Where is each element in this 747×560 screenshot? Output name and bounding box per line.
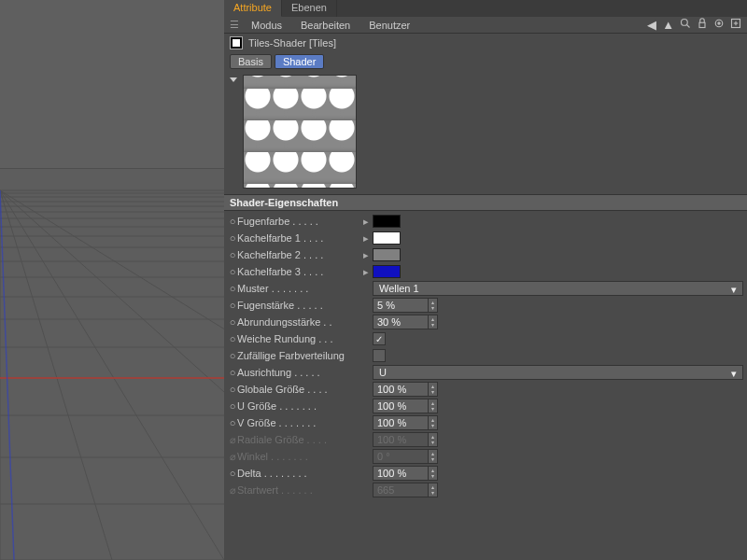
- prop-delta: ○Delta . . . . . . . . 100 % ▴▾: [228, 465, 743, 482]
- prop-fugenfarbe: ○Fugenfarbe . . . . . ▸: [228, 213, 743, 230]
- label-ausrichtung: Ausrichtung . . . . .: [237, 367, 363, 378]
- spinner[interactable]: ▴▾: [429, 466, 438, 481]
- label-muster: Muster . . . . . . .: [237, 283, 363, 294]
- arrow-icon[interactable]: ▸: [363, 249, 373, 261]
- select-value: U: [379, 367, 387, 378]
- svg-line-34: [687, 25, 690, 28]
- select-muster[interactable]: Wellen 1▾: [373, 281, 743, 296]
- checkbox-weiche-rundung[interactable]: ✓: [373, 332, 386, 345]
- subtab-shader[interactable]: Shader: [275, 54, 324, 69]
- preview-collapse-icon[interactable]: [230, 77, 237, 82]
- chevron-down-icon: ▾: [731, 284, 737, 296]
- nav-up-icon[interactable]: ▲: [662, 18, 674, 32]
- spinner[interactable]: ▴▾: [429, 382, 438, 397]
- swatch-kachelfarbe1[interactable]: [373, 231, 401, 245]
- spinner[interactable]: ▴▾: [429, 399, 438, 413]
- label-fugenfarbe: Fugenfarbe . . . . .: [237, 216, 363, 227]
- label-weiche-rundung: Weiche Rundung . . .: [237, 333, 363, 344]
- tab-ebenen[interactable]: Ebenen: [282, 0, 337, 17]
- new-window-icon[interactable]: [730, 18, 741, 29]
- target-icon[interactable]: [713, 18, 725, 29]
- spinner[interactable]: ▴▾: [429, 315, 438, 329]
- swatch-fugenfarbe[interactable]: [373, 215, 401, 228]
- viewport-grid: [0, 0, 224, 560]
- arrow-icon[interactable]: ▸: [363, 232, 373, 245]
- label-kachelfarbe3: Kachelfarbe 3 . . . .: [237, 266, 363, 277]
- tiles-shader-icon: [230, 36, 243, 49]
- attribute-panel: Attribute Ebenen ☰ Modus Bearbeiten Benu…: [224, 0, 747, 560]
- section-header: Shader-Eigenschaften: [224, 194, 747, 211]
- swatch-kachelfarbe3[interactable]: [373, 265, 401, 278]
- shader-preview[interactable]: [243, 75, 357, 189]
- menu-benutzer[interactable]: Benutzer: [359, 20, 419, 31]
- spinner: ▴▾: [429, 449, 438, 464]
- label-v-groesse: V Größe . . . . . . .: [237, 417, 363, 428]
- svg-rect-35: [699, 22, 705, 27]
- input-fugenstaerke[interactable]: 5 %: [373, 298, 429, 313]
- prop-zufall: ○Zufällige Farbverteilung: [228, 347, 743, 364]
- mode-options-icon[interactable]: ☰: [230, 19, 238, 31]
- panel-tabs: Attribute Ebenen: [224, 0, 747, 17]
- spinner[interactable]: ▴▾: [429, 415, 438, 430]
- chevron-down-icon: ▾: [731, 368, 737, 380]
- spinner: ▴▾: [429, 483, 438, 497]
- input-globale-groesse[interactable]: 100 %: [373, 382, 429, 397]
- spinner: ▴▾: [429, 432, 438, 447]
- label-radiale-groesse: Radiale Größe . . . .: [237, 434, 363, 445]
- panel-menu: ☰ Modus Bearbeiten Benutzer ◀ ▲: [224, 17, 747, 34]
- label-fugenstaerke: Fugenstärke . . . . .: [237, 300, 363, 311]
- tab-attribute[interactable]: Attribute: [224, 0, 282, 17]
- checkbox-zufall[interactable]: [373, 349, 386, 362]
- arrow-icon[interactable]: ▸: [363, 216, 373, 228]
- prop-muster: ○Muster . . . . . . . Wellen 1▾: [228, 280, 743, 297]
- select-ausrichtung[interactable]: U▾: [373, 365, 743, 380]
- object-name: Tiles-Shader [Tiles]: [248, 37, 336, 49]
- spinner[interactable]: ▴▾: [429, 298, 438, 313]
- label-globale-groesse: Globale Größe . . . .: [237, 384, 363, 395]
- prop-weiche-rundung: ○Weiche Rundung . . . ✓: [228, 330, 743, 347]
- nav-back-icon[interactable]: ◀: [647, 18, 656, 32]
- prop-globale-groesse: ○Globale Größe . . . . 100 % ▴▾: [228, 381, 743, 398]
- prop-u-groesse: ○U Größe . . . . . . . 100 % ▴▾: [228, 398, 743, 414]
- menu-bearbeiten[interactable]: Bearbeiten: [291, 20, 359, 31]
- prop-winkel: ⌀Winkel . . . . . . . 0 ° ▴▾: [228, 448, 743, 465]
- svg-point-37: [718, 22, 720, 24]
- menu-modus[interactable]: Modus: [242, 20, 291, 31]
- input-delta[interactable]: 100 %: [373, 466, 429, 481]
- prop-kachelfarbe2: ○Kachelfarbe 2 . . . . ▸: [228, 246, 743, 263]
- input-v-groesse[interactable]: 100 %: [373, 415, 429, 430]
- prop-ausrichtung: ○Ausrichtung . . . . . U▾: [228, 364, 743, 381]
- prop-radiale-groesse: ⌀Radiale Größe . . . . 100 % ▴▾: [228, 431, 743, 448]
- subtabs: Basis Shader: [224, 52, 747, 73]
- svg-point-33: [682, 20, 688, 26]
- swatch-kachelfarbe2[interactable]: [373, 248, 401, 261]
- viewport[interactable]: [0, 0, 224, 560]
- properties: ○Fugenfarbe . . . . . ▸ ○Kachelfarbe 1 .…: [224, 213, 747, 498]
- prop-fugenstaerke: ○Fugenstärke . . . . . 5 % ▴▾: [228, 297, 743, 314]
- label-abrundung: Abrundungsstärke . .: [237, 316, 363, 328]
- input-winkel: 0 °: [373, 449, 429, 464]
- label-u-groesse: U Größe . . . . . . .: [237, 400, 363, 412]
- object-name-bar: Tiles-Shader [Tiles]: [224, 34, 747, 52]
- label-kachelfarbe2: Kachelfarbe 2 . . . .: [237, 249, 363, 260]
- select-value: Wellen 1: [379, 283, 419, 294]
- lock-icon[interactable]: [697, 18, 708, 29]
- arrow-icon[interactable]: ▸: [363, 266, 373, 278]
- input-u-groesse[interactable]: 100 %: [373, 399, 429, 413]
- prop-abrundungsstaerke: ○Abrundungsstärke . . 30 % ▴▾: [228, 314, 743, 330]
- label-winkel: Winkel . . . . . . .: [237, 451, 363, 462]
- prop-startwert: ⌀Startwert . . . . . . 665 ▴▾: [228, 482, 743, 498]
- prop-kachelfarbe1: ○Kachelfarbe 1 . . . . ▸: [228, 230, 743, 246]
- svg-rect-1: [0, 0, 224, 168]
- label-kachelfarbe1: Kachelfarbe 1 . . . .: [237, 232, 363, 244]
- input-radiale-groesse: 100 %: [373, 432, 429, 447]
- prop-kachelfarbe3: ○Kachelfarbe 3 . . . . ▸: [228, 263, 743, 280]
- input-abrundungsstaerke[interactable]: 30 %: [373, 315, 429, 329]
- prop-v-groesse: ○V Größe . . . . . . . 100 % ▴▾: [228, 414, 743, 431]
- input-startwert: 665: [373, 483, 429, 497]
- label-zufall: Zufällige Farbverteilung: [237, 350, 363, 361]
- label-delta: Delta . . . . . . . .: [237, 468, 363, 479]
- subtab-basis[interactable]: Basis: [230, 54, 272, 69]
- label-startwert: Startwert . . . . . .: [237, 484, 363, 496]
- search-icon[interactable]: [680, 18, 691, 29]
